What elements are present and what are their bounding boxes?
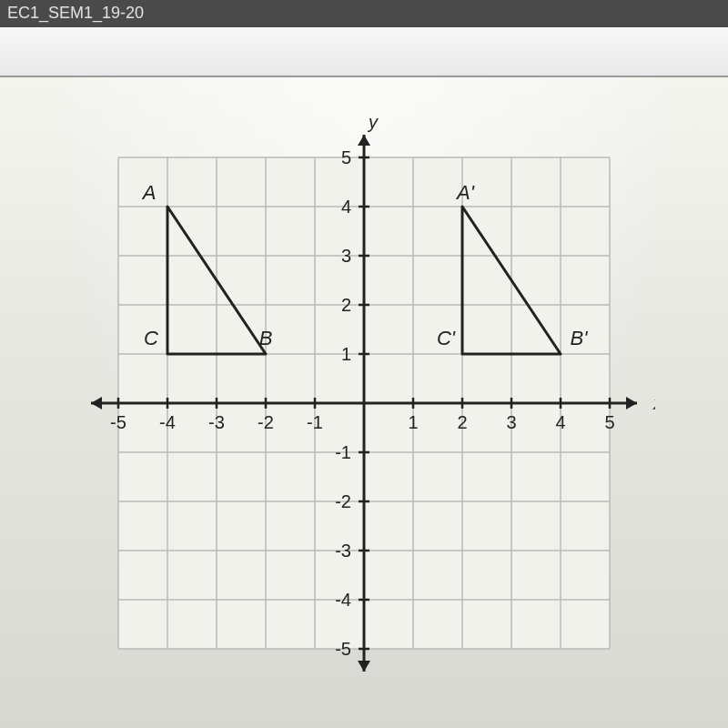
svg-marker-27: [358, 135, 370, 146]
svg-text:-2: -2: [335, 491, 351, 511]
svg-text:C: C: [144, 327, 158, 349]
svg-text:-3: -3: [335, 541, 351, 561]
svg-text:-5: -5: [110, 412, 126, 432]
svg-text:C': C': [437, 327, 456, 349]
content-area: -5-4-3-2-112345-5-4-3-2-112345xyABCA'B'C…: [0, 77, 728, 728]
svg-text:-2: -2: [258, 412, 274, 432]
svg-text:B': B': [571, 327, 589, 349]
svg-text:y: y: [367, 112, 379, 132]
svg-marker-25: [626, 397, 637, 410]
svg-text:4: 4: [341, 197, 351, 217]
coordinate-graph: -5-4-3-2-112345-5-4-3-2-112345xyABCA'B'C…: [73, 112, 655, 694]
svg-text:x: x: [652, 393, 655, 413]
svg-marker-28: [358, 661, 370, 672]
svg-text:3: 3: [341, 246, 351, 266]
svg-text:-4: -4: [159, 412, 176, 432]
svg-text:5: 5: [604, 412, 614, 432]
svg-text:A: A: [141, 181, 157, 204]
svg-text:B: B: [259, 327, 273, 349]
svg-text:2: 2: [457, 412, 467, 432]
svg-text:-3: -3: [208, 412, 225, 432]
svg-text:1: 1: [408, 412, 418, 432]
window-title: EC1_SEM1_19-20: [7, 4, 144, 22]
svg-marker-26: [91, 397, 102, 410]
svg-text:5: 5: [341, 147, 351, 167]
svg-text:-1: -1: [335, 442, 351, 462]
svg-text:3: 3: [506, 412, 516, 432]
window-title-bar: EC1_SEM1_19-20: [0, 0, 728, 27]
chart-svg: -5-4-3-2-112345-5-4-3-2-112345xyABCA'B'C…: [73, 112, 655, 694]
svg-text:-5: -5: [335, 639, 351, 659]
svg-text:-1: -1: [307, 412, 323, 432]
svg-text:2: 2: [341, 295, 351, 315]
svg-text:4: 4: [555, 412, 565, 432]
toolbar: [0, 27, 728, 77]
svg-text:A': A': [455, 181, 475, 204]
svg-text:-4: -4: [335, 590, 351, 610]
svg-text:1: 1: [341, 344, 351, 364]
